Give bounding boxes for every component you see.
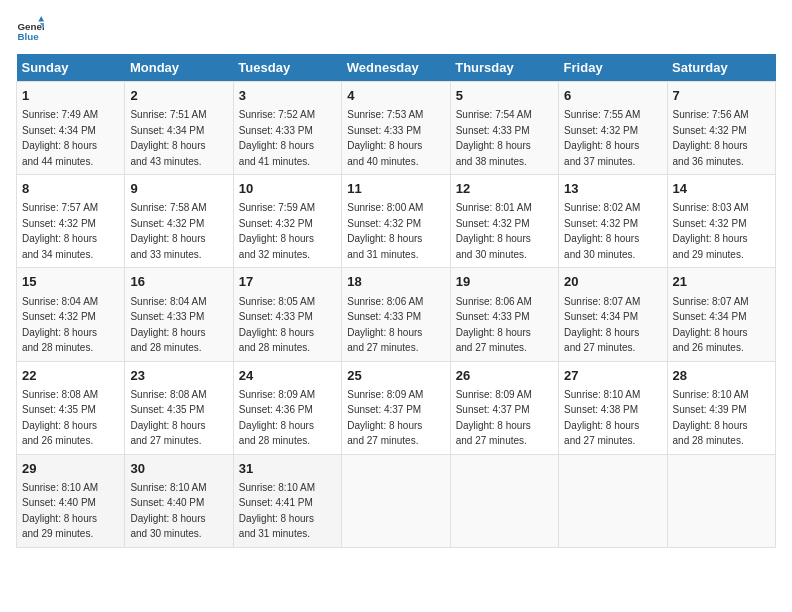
calendar-cell: 31 Sunrise: 8:10 AM Sunset: 4:41 PM Dayl… [233, 454, 341, 547]
day-info: Sunrise: 8:04 AM Sunset: 4:32 PM Dayligh… [22, 296, 98, 354]
day-info: Sunrise: 8:09 AM Sunset: 4:37 PM Dayligh… [347, 389, 423, 447]
day-number: 24 [239, 367, 336, 385]
calendar-cell: 23 Sunrise: 8:08 AM Sunset: 4:35 PM Dayl… [125, 361, 233, 454]
col-header-friday: Friday [559, 54, 667, 82]
day-info: Sunrise: 8:09 AM Sunset: 4:37 PM Dayligh… [456, 389, 532, 447]
calendar-cell: 20 Sunrise: 8:07 AM Sunset: 4:34 PM Dayl… [559, 268, 667, 361]
col-header-monday: Monday [125, 54, 233, 82]
calendar-cell: 25 Sunrise: 8:09 AM Sunset: 4:37 PM Dayl… [342, 361, 450, 454]
day-number: 9 [130, 180, 227, 198]
calendar-table: SundayMondayTuesdayWednesdayThursdayFrid… [16, 54, 776, 548]
day-info: Sunrise: 8:08 AM Sunset: 4:35 PM Dayligh… [130, 389, 206, 447]
day-info: Sunrise: 8:04 AM Sunset: 4:33 PM Dayligh… [130, 296, 206, 354]
day-info: Sunrise: 7:52 AM Sunset: 4:33 PM Dayligh… [239, 109, 315, 167]
calendar-cell: 14 Sunrise: 8:03 AM Sunset: 4:32 PM Dayl… [667, 175, 775, 268]
day-number: 22 [22, 367, 119, 385]
logo-icon: General Blue [16, 16, 44, 44]
logo: General Blue [16, 16, 48, 44]
day-number: 11 [347, 180, 444, 198]
day-number: 6 [564, 87, 661, 105]
day-info: Sunrise: 8:05 AM Sunset: 4:33 PM Dayligh… [239, 296, 315, 354]
calendar-cell: 29 Sunrise: 8:10 AM Sunset: 4:40 PM Dayl… [17, 454, 125, 547]
calendar-cell: 30 Sunrise: 8:10 AM Sunset: 4:40 PM Dayl… [125, 454, 233, 547]
col-header-wednesday: Wednesday [342, 54, 450, 82]
col-header-sunday: Sunday [17, 54, 125, 82]
calendar-cell: 15 Sunrise: 8:04 AM Sunset: 4:32 PM Dayl… [17, 268, 125, 361]
day-info: Sunrise: 8:09 AM Sunset: 4:36 PM Dayligh… [239, 389, 315, 447]
day-info: Sunrise: 8:10 AM Sunset: 4:40 PM Dayligh… [22, 482, 98, 540]
day-number: 7 [673, 87, 770, 105]
day-number: 18 [347, 273, 444, 291]
day-info: Sunrise: 7:49 AM Sunset: 4:34 PM Dayligh… [22, 109, 98, 167]
day-info: Sunrise: 7:59 AM Sunset: 4:32 PM Dayligh… [239, 202, 315, 260]
calendar-cell: 19 Sunrise: 8:06 AM Sunset: 4:33 PM Dayl… [450, 268, 558, 361]
day-info: Sunrise: 8:07 AM Sunset: 4:34 PM Dayligh… [673, 296, 749, 354]
calendar-cell: 13 Sunrise: 8:02 AM Sunset: 4:32 PM Dayl… [559, 175, 667, 268]
calendar-week-row: 29 Sunrise: 8:10 AM Sunset: 4:40 PM Dayl… [17, 454, 776, 547]
day-info: Sunrise: 8:10 AM Sunset: 4:40 PM Dayligh… [130, 482, 206, 540]
calendar-week-row: 22 Sunrise: 8:08 AM Sunset: 4:35 PM Dayl… [17, 361, 776, 454]
calendar-cell: 9 Sunrise: 7:58 AM Sunset: 4:32 PM Dayli… [125, 175, 233, 268]
day-number: 2 [130, 87, 227, 105]
day-number: 28 [673, 367, 770, 385]
calendar-cell: 22 Sunrise: 8:08 AM Sunset: 4:35 PM Dayl… [17, 361, 125, 454]
calendar-week-row: 15 Sunrise: 8:04 AM Sunset: 4:32 PM Dayl… [17, 268, 776, 361]
calendar-cell [450, 454, 558, 547]
day-number: 30 [130, 460, 227, 478]
calendar-cell: 12 Sunrise: 8:01 AM Sunset: 4:32 PM Dayl… [450, 175, 558, 268]
day-info: Sunrise: 8:06 AM Sunset: 4:33 PM Dayligh… [347, 296, 423, 354]
calendar-cell: 6 Sunrise: 7:55 AM Sunset: 4:32 PM Dayli… [559, 82, 667, 175]
day-info: Sunrise: 8:10 AM Sunset: 4:41 PM Dayligh… [239, 482, 315, 540]
calendar-cell [342, 454, 450, 547]
day-info: Sunrise: 7:53 AM Sunset: 4:33 PM Dayligh… [347, 109, 423, 167]
day-number: 1 [22, 87, 119, 105]
day-number: 12 [456, 180, 553, 198]
day-number: 3 [239, 87, 336, 105]
day-number: 17 [239, 273, 336, 291]
day-info: Sunrise: 8:10 AM Sunset: 4:38 PM Dayligh… [564, 389, 640, 447]
calendar-cell: 5 Sunrise: 7:54 AM Sunset: 4:33 PM Dayli… [450, 82, 558, 175]
day-number: 10 [239, 180, 336, 198]
day-number: 14 [673, 180, 770, 198]
day-info: Sunrise: 7:57 AM Sunset: 4:32 PM Dayligh… [22, 202, 98, 260]
calendar-cell: 26 Sunrise: 8:09 AM Sunset: 4:37 PM Dayl… [450, 361, 558, 454]
calendar-cell: 8 Sunrise: 7:57 AM Sunset: 4:32 PM Dayli… [17, 175, 125, 268]
calendar-cell: 11 Sunrise: 8:00 AM Sunset: 4:32 PM Dayl… [342, 175, 450, 268]
col-header-thursday: Thursday [450, 54, 558, 82]
calendar-header-row: SundayMondayTuesdayWednesdayThursdayFrid… [17, 54, 776, 82]
day-info: Sunrise: 8:10 AM Sunset: 4:39 PM Dayligh… [673, 389, 749, 447]
calendar-cell: 16 Sunrise: 8:04 AM Sunset: 4:33 PM Dayl… [125, 268, 233, 361]
day-info: Sunrise: 7:55 AM Sunset: 4:32 PM Dayligh… [564, 109, 640, 167]
calendar-cell: 4 Sunrise: 7:53 AM Sunset: 4:33 PM Dayli… [342, 82, 450, 175]
calendar-cell [667, 454, 775, 547]
day-number: 25 [347, 367, 444, 385]
day-number: 13 [564, 180, 661, 198]
calendar-cell: 21 Sunrise: 8:07 AM Sunset: 4:34 PM Dayl… [667, 268, 775, 361]
calendar-cell: 2 Sunrise: 7:51 AM Sunset: 4:34 PM Dayli… [125, 82, 233, 175]
col-header-saturday: Saturday [667, 54, 775, 82]
svg-marker-2 [38, 16, 44, 22]
day-info: Sunrise: 7:56 AM Sunset: 4:32 PM Dayligh… [673, 109, 749, 167]
calendar-week-row: 8 Sunrise: 7:57 AM Sunset: 4:32 PM Dayli… [17, 175, 776, 268]
day-number: 16 [130, 273, 227, 291]
calendar-cell: 24 Sunrise: 8:09 AM Sunset: 4:36 PM Dayl… [233, 361, 341, 454]
page-header: General Blue [16, 16, 776, 44]
day-number: 23 [130, 367, 227, 385]
calendar-cell: 10 Sunrise: 7:59 AM Sunset: 4:32 PM Dayl… [233, 175, 341, 268]
day-info: Sunrise: 8:01 AM Sunset: 4:32 PM Dayligh… [456, 202, 532, 260]
day-info: Sunrise: 7:51 AM Sunset: 4:34 PM Dayligh… [130, 109, 206, 167]
day-number: 15 [22, 273, 119, 291]
day-number: 27 [564, 367, 661, 385]
day-number: 8 [22, 180, 119, 198]
calendar-cell: 28 Sunrise: 8:10 AM Sunset: 4:39 PM Dayl… [667, 361, 775, 454]
calendar-cell: 27 Sunrise: 8:10 AM Sunset: 4:38 PM Dayl… [559, 361, 667, 454]
calendar-cell: 17 Sunrise: 8:05 AM Sunset: 4:33 PM Dayl… [233, 268, 341, 361]
calendar-cell: 3 Sunrise: 7:52 AM Sunset: 4:33 PM Dayli… [233, 82, 341, 175]
calendar-cell: 1 Sunrise: 7:49 AM Sunset: 4:34 PM Dayli… [17, 82, 125, 175]
day-number: 19 [456, 273, 553, 291]
calendar-cell: 7 Sunrise: 7:56 AM Sunset: 4:32 PM Dayli… [667, 82, 775, 175]
day-number: 4 [347, 87, 444, 105]
col-header-tuesday: Tuesday [233, 54, 341, 82]
calendar-week-row: 1 Sunrise: 7:49 AM Sunset: 4:34 PM Dayli… [17, 82, 776, 175]
day-info: Sunrise: 7:58 AM Sunset: 4:32 PM Dayligh… [130, 202, 206, 260]
